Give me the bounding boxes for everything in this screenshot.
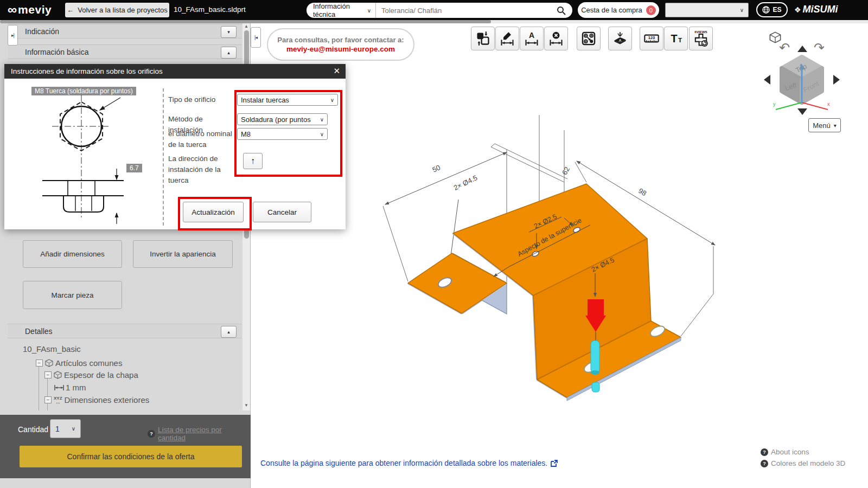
- method-value: Soldadura (por puntos: [241, 115, 311, 124]
- viewer-collapse-handle[interactable]: |◂: [251, 27, 261, 48]
- six-views-button[interactable]: 6VIEWS: [689, 27, 713, 50]
- tree-node-label: Espesor de la chapa: [64, 370, 138, 380]
- add-dimensions-button[interactable]: Añadir dimensiones: [23, 240, 122, 268]
- sidebar-collapse-handle[interactable]: ▸|: [8, 25, 18, 46]
- confirm-offer-button[interactable]: Confirmar las condiciones de la oferta: [20, 446, 242, 467]
- scroll-down-icon[interactable]: ▼: [242, 403, 250, 408]
- collapse-toggle-icon[interactable]: ▴: [221, 47, 237, 59]
- meviy-logo[interactable]: ∞ meviy: [8, 2, 52, 17]
- panel-detalles[interactable]: Detalles ▴: [8, 324, 242, 338]
- dim-50-label: 50: [431, 163, 442, 174]
- measure-dimension-button[interactable]: 123: [640, 27, 663, 50]
- hole-type-value: Instalar tuercas: [241, 96, 289, 104]
- price-list-link[interactable]: ? Lista de precios por cantidad: [148, 426, 251, 442]
- about-icons-link[interactable]: ? About icons: [761, 448, 809, 456]
- search-icon[interactable]: [557, 6, 566, 15]
- hole-type-select[interactable]: Instalar tuercas ∨: [237, 94, 338, 106]
- collapse-right-icon: ▸|: [11, 33, 14, 38]
- caret-down-icon: ▾: [834, 123, 837, 129]
- locale-button[interactable]: ES: [756, 2, 788, 17]
- language-select[interactable]: ∨: [665, 3, 749, 17]
- six-views-icon: 6VIEWS: [692, 29, 710, 48]
- close-icon[interactable]: ✕: [333, 66, 340, 76]
- chevron-down-icon: ∨: [330, 97, 334, 103]
- back-arrow-icon: ←: [67, 6, 74, 14]
- edit-dimension-button[interactable]: [495, 27, 519, 50]
- tree-node-label: 1 mm: [66, 383, 86, 392]
- tree-collapse-icon[interactable]: −: [44, 396, 52, 403]
- rotate-right-arrow[interactable]: [833, 75, 840, 85]
- model-colors-label: Colores del modelo 3D: [771, 459, 845, 467]
- panel-indicacion-label: Indicación: [25, 27, 59, 36]
- dialog-header[interactable]: Instrucciones de información sobre los o…: [4, 64, 346, 79]
- direction-up-button[interactable]: ↑: [243, 153, 263, 169]
- search-bar: Información técnica ∨: [307, 3, 572, 18]
- search-input[interactable]: [376, 7, 557, 15]
- method-select[interactable]: Soldadura (por puntos ∨: [237, 113, 328, 125]
- tree-node-dimensiones[interactable]: − XYZ ↔ Dimensiones exteriores: [44, 395, 149, 404]
- viewcube-menu-button[interactable]: Menú ▾: [808, 118, 841, 132]
- cancel-button[interactable]: Cancelar: [253, 202, 311, 222]
- tree-collapse-icon[interactable]: −: [36, 359, 43, 367]
- direction-label: La dirección de instalación de la tuerca: [168, 153, 239, 186]
- view-cube[interactable]: z y x Top Left Front: [771, 50, 832, 111]
- update-button[interactable]: Actualización: [183, 202, 244, 222]
- panel-detalles-label: Detalles: [25, 327, 53, 336]
- axis-y-label: y: [773, 101, 776, 107]
- replace-dimension-button[interactable]: [471, 27, 495, 50]
- svg-text:6VIEWS: 6VIEWS: [694, 30, 707, 34]
- text-dimension-button[interactable]: A: [520, 27, 544, 50]
- scroll-up-icon[interactable]: ▲: [242, 23, 250, 30]
- model-colors-link[interactable]: ? Colores del modelo 3D: [761, 459, 845, 467]
- tree-connector: [39, 361, 39, 410]
- collapse-toggle-icon[interactable]: ▴: [221, 326, 237, 338]
- invert-appearance-button[interactable]: Invertir la apariencia: [133, 240, 233, 268]
- collapse-toggle-icon[interactable]: ▾: [221, 26, 237, 38]
- pin-tip: [592, 382, 599, 392]
- font-size-button[interactable]: TT: [664, 27, 688, 50]
- model-3d-view[interactable]: 50 62 98 2× Ø4.5 2× Ø2.5 Aspe: [359, 99, 739, 429]
- mark-part-button[interactable]: Marcar pieza: [23, 281, 122, 309]
- panel-informacion-basica[interactable]: Información básica ▴: [8, 44, 242, 59]
- svg-text:T: T: [678, 36, 682, 43]
- panel-informacion-basica-label: Información básica: [25, 48, 89, 56]
- meviy-logo-text: meviy: [18, 3, 52, 16]
- question-icon: ?: [761, 460, 768, 467]
- viewcube-menu-label: Menú: [813, 121, 831, 130]
- hole-pattern-button[interactable]: [577, 27, 601, 50]
- contact-line: Para consultas, por favor contactar a:: [277, 36, 404, 44]
- measure-dimension-icon: 123: [643, 31, 660, 46]
- search-category-select[interactable]: Información técnica ∨: [307, 3, 376, 18]
- tree-collapse-icon[interactable]: −: [44, 371, 52, 378]
- tree-node-espesor[interactable]: − Espesor de la chapa: [44, 370, 138, 380]
- locale-code: ES: [773, 6, 781, 14]
- tree-root[interactable]: 10_FAsm_basic: [23, 344, 81, 354]
- materials-link[interactable]: Consulte la página siguiente para obtene…: [260, 459, 558, 467]
- chevron-down-icon: ∨: [320, 131, 324, 137]
- hole-info-dialog: Instrucciones de información sobre los o…: [4, 64, 346, 229]
- rotate-left-arrow[interactable]: [764, 75, 770, 85]
- back-to-projects-button[interactable]: ← Volver a la lista de proyectos: [65, 3, 169, 17]
- tree-node-thickness-value[interactable]: 1 mm: [54, 383, 86, 392]
- misumi-logo-text: MiSUMi: [803, 4, 838, 15]
- panel-indicacion[interactable]: Indicación ▾: [8, 24, 242, 38]
- direction-pin[interactable]: [591, 341, 599, 373]
- chevron-down-icon: ∨: [367, 8, 371, 14]
- chevron-down-icon: ∨: [72, 426, 75, 432]
- chevron-down-icon: ∨: [320, 117, 324, 123]
- tree-node-articulos-comunes[interactable]: − Artículos comunes: [36, 358, 122, 368]
- delete-dimension-button[interactable]: [544, 27, 568, 50]
- cart-button[interactable]: Cesta de la compra 0: [578, 2, 659, 18]
- file-title: 10_FAsm_basic.sldprt: [174, 5, 246, 14]
- collapse-left-icon: |◂: [254, 35, 257, 40]
- quantity-select[interactable]: 1 ∨: [50, 419, 81, 438]
- tree-node-label: Artículos comunes: [55, 358, 122, 368]
- viewcube-widget: ↶ ↷ z y x Top Left Front Menú ▾: [760, 28, 852, 137]
- diameter-select[interactable]: M8 ∨: [237, 128, 328, 140]
- wing-holes-label: 2× Ø4.5: [452, 174, 478, 192]
- contact-email[interactable]: meviy-eu@misumi-europe.com: [286, 45, 395, 53]
- surface-finish-button[interactable]: A: [608, 27, 632, 50]
- svg-text:T: T: [671, 33, 677, 44]
- chevron-down-icon: ∨: [740, 7, 744, 13]
- meviy-logo-icon: ∞: [8, 2, 17, 17]
